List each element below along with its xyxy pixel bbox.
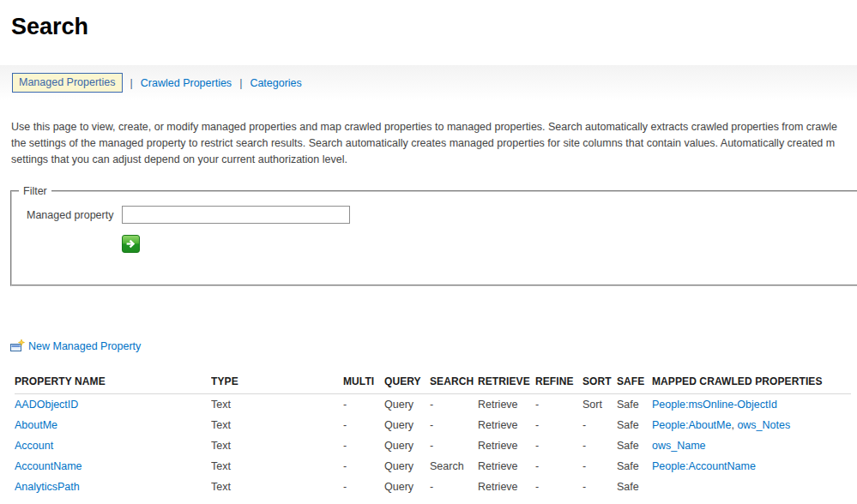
search-cell: - xyxy=(430,477,478,497)
column-header-multi: MULTI xyxy=(343,375,384,394)
refine-cell: - xyxy=(535,456,582,477)
tab-crawled-properties[interactable]: Crawled Properties xyxy=(141,77,232,89)
new-managed-property-link[interactable]: New Managed Property xyxy=(28,340,141,352)
search-cell: Search xyxy=(430,456,478,477)
description-line: the settings of the managed property to … xyxy=(11,135,857,152)
multi-cell: - xyxy=(343,477,384,497)
sort-cell: - xyxy=(582,456,617,477)
search-cell: - xyxy=(430,435,478,456)
tab-categories[interactable]: Categories xyxy=(250,77,301,89)
managed-properties-tbody: AADObjectID Text - Query - Retrieve - So… xyxy=(15,394,851,498)
type-cell: Text xyxy=(211,477,343,497)
table-row: AnalyticsPath Text - Query - Retrieve - … xyxy=(15,477,851,497)
column-header-retrieve: RETRIEVE xyxy=(478,375,535,394)
description-line: Use this page to view, create, or modify… xyxy=(11,119,857,135)
tab-managed-properties[interactable]: Managed Properties xyxy=(12,73,123,93)
mapped-crawled-property-link[interactable]: People:msOnline-ObjectId xyxy=(652,399,777,411)
retrieve-cell: Retrieve xyxy=(478,415,535,435)
mapped-crawled-properties-cell: People:AboutMe, ows_Notes xyxy=(652,415,851,435)
column-header-type: TYPE xyxy=(211,375,343,394)
column-header-sort: SORT xyxy=(582,375,617,394)
managed-properties-table: PROPERTY NAME TYPE MULTI QUERY SEARCH RE… xyxy=(15,375,851,497)
refine-cell: - xyxy=(535,394,582,416)
filter-legend: Filter xyxy=(19,185,51,197)
mapped-crawled-property-link[interactable]: ows_Notes xyxy=(737,419,790,431)
property-name-link[interactable]: AnalyticsPath xyxy=(15,481,80,493)
table-header-row: PROPERTY NAME TYPE MULTI QUERY SEARCH RE… xyxy=(15,375,851,394)
type-cell: Text xyxy=(211,394,343,416)
mapped-crawled-property-link[interactable]: People:AccountName xyxy=(652,460,756,472)
column-header-safe: SAFE xyxy=(617,375,652,394)
multi-cell: - xyxy=(343,435,384,456)
type-cell: Text xyxy=(211,435,343,456)
managed-property-label: Managed property xyxy=(27,209,122,221)
property-name-link[interactable]: AboutMe xyxy=(15,419,57,431)
sort-cell: Sort xyxy=(582,394,617,416)
refine-cell: - xyxy=(535,477,582,497)
refine-cell: - xyxy=(535,435,582,456)
query-cell: Query xyxy=(384,477,430,497)
safe-cell: Safe xyxy=(617,435,652,456)
safe-cell: Safe xyxy=(617,394,652,416)
multi-cell: - xyxy=(343,415,384,435)
property-name-link[interactable]: AccountName xyxy=(15,460,82,472)
filter-fieldset: Filter Managed property xyxy=(10,185,857,286)
mapped-crawled-properties-cell xyxy=(652,477,851,497)
property-name-link[interactable]: Account xyxy=(15,440,53,452)
retrieve-cell: Retrieve xyxy=(478,435,535,456)
page-description: Use this page to view, create, or modify… xyxy=(11,119,857,168)
query-cell: Query xyxy=(384,435,430,456)
filter-go-button[interactable] xyxy=(122,235,140,253)
column-header-search: SEARCH xyxy=(430,375,478,394)
search-cell: - xyxy=(430,394,478,416)
page-title: Search xyxy=(11,15,857,39)
mapped-crawled-properties-cell: People:AccountName xyxy=(652,456,851,477)
table-row: AADObjectID Text - Query - Retrieve - So… xyxy=(15,394,851,416)
column-header-mapped-crawled-properties: MAPPED CRAWLED PROPERTIES xyxy=(652,375,851,394)
multi-cell: - xyxy=(343,456,384,477)
column-header-refine: REFINE xyxy=(535,375,582,394)
tab-separator: | xyxy=(239,77,242,89)
retrieve-cell: Retrieve xyxy=(478,456,535,477)
table-row: AboutMe Text - Query - Retrieve - - Safe… xyxy=(15,415,851,435)
tab-bar: Managed Properties | Crawled Properties … xyxy=(0,65,857,100)
safe-cell: Safe xyxy=(617,456,652,477)
arrow-right-icon xyxy=(125,238,136,249)
mapped-crawled-property-link[interactable]: ows_Name xyxy=(652,440,706,452)
table-row: AccountName Text - Query Search Retrieve… xyxy=(15,456,851,477)
mapped-crawled-properties-cell: People:msOnline-ObjectId xyxy=(652,394,851,416)
safe-cell: Safe xyxy=(617,477,652,497)
mapped-crawled-properties-cell: ows_Name xyxy=(652,435,851,456)
mapped-crawled-property-link[interactable]: People:AboutMe xyxy=(652,419,731,431)
retrieve-cell: Retrieve xyxy=(478,477,535,497)
new-item-icon xyxy=(10,339,25,353)
tab-separator: | xyxy=(130,77,133,89)
type-cell: Text xyxy=(211,456,343,477)
retrieve-cell: Retrieve xyxy=(478,394,535,416)
column-header-property-name: PROPERTY NAME xyxy=(15,375,211,394)
safe-cell: Safe xyxy=(617,415,652,435)
table-row: Account Text - Query - Retrieve - - Safe… xyxy=(15,435,851,456)
property-name-link[interactable]: AADObjectID xyxy=(15,399,78,411)
search-cell: - xyxy=(430,415,478,435)
query-cell: Query xyxy=(384,456,430,477)
column-header-query: QUERY xyxy=(384,375,430,394)
multi-cell: - xyxy=(343,394,384,416)
type-cell: Text xyxy=(211,415,343,435)
sort-cell: - xyxy=(582,415,617,435)
description-line: settings that you can adjust depend on y… xyxy=(11,152,857,168)
managed-property-input[interactable] xyxy=(122,206,350,224)
refine-cell: - xyxy=(535,415,582,435)
query-cell: Query xyxy=(384,394,430,416)
sort-cell: - xyxy=(582,435,617,456)
query-cell: Query xyxy=(384,415,430,435)
sort-cell: - xyxy=(582,477,617,497)
